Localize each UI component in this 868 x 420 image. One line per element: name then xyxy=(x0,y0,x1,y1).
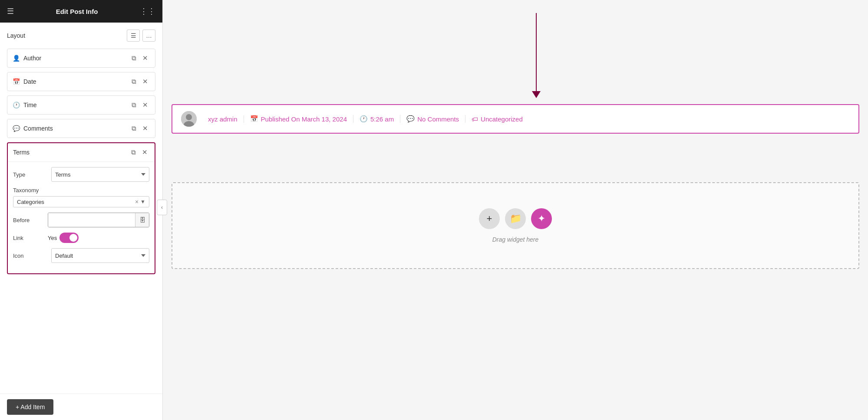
taxonomy-label: Taxonomy xyxy=(13,187,149,194)
layout-label: Layout xyxy=(7,32,25,39)
date-icon: 📅 xyxy=(13,78,20,85)
time-icon: 🕐 xyxy=(13,102,20,108)
taxonomy-clear-btn[interactable]: × xyxy=(135,198,139,205)
time-card-header: 🕐 Time ⧉ ✕ xyxy=(7,96,155,114)
hamburger-icon[interactable]: ☰ xyxy=(7,7,14,16)
taxonomy-value: Categories xyxy=(17,199,135,205)
clock-icon: 🕐 xyxy=(360,115,368,123)
grid-icon[interactable]: ⋮⋮ xyxy=(140,7,155,16)
date-label: Date xyxy=(23,78,126,85)
before-db-icon[interactable]: 🗄 xyxy=(135,213,149,227)
comments-value: No Comments xyxy=(417,115,459,123)
published-info: 📅 Published On March 13, 2024 xyxy=(244,115,353,123)
widget-move-btn[interactable]: ✦ xyxy=(531,208,552,229)
comments-remove-btn[interactable]: ✕ xyxy=(141,124,150,133)
icon-row: Icon Default None Custom xyxy=(13,248,149,263)
date-remove-btn[interactable]: ✕ xyxy=(141,77,150,86)
widget-add-btn[interactable]: + xyxy=(479,208,500,229)
collapse-handle[interactable]: ‹ xyxy=(157,200,167,215)
icon-select[interactable]: Default None Custom xyxy=(51,248,149,263)
author-card-header: 👤 Author ⧉ ✕ xyxy=(7,49,155,67)
arrow-head xyxy=(532,91,541,98)
arrow-line xyxy=(536,13,537,91)
link-label: Link xyxy=(13,235,48,241)
sidebar-footer: + Add Item xyxy=(0,394,162,420)
comments-card: 💬 Comments ⧉ ✕ xyxy=(7,119,155,138)
published-label: Published On March 13, 2024 xyxy=(261,115,347,123)
time-value: 5:26 am xyxy=(370,115,394,123)
comments-label: Comments xyxy=(23,125,126,132)
before-input[interactable] xyxy=(48,213,135,227)
author-label: Author xyxy=(23,55,126,62)
link-toggle[interactable] xyxy=(59,233,79,243)
time-card: 🕐 Time ⧉ ✕ xyxy=(7,95,155,115)
comment-icon: 💬 xyxy=(406,115,415,123)
post-info-bar: xyz admin 📅 Published On March 13, 2024 … xyxy=(172,104,859,134)
before-label: Before xyxy=(13,217,48,223)
type-label: Type xyxy=(13,171,48,178)
date-actions: ⧉ ✕ xyxy=(130,77,150,86)
author-actions: ⧉ ✕ xyxy=(130,53,150,63)
time-info: 🕐 5:26 am xyxy=(353,115,400,123)
calendar-icon: 📅 xyxy=(250,115,258,123)
time-remove-btn[interactable]: ✕ xyxy=(141,100,150,110)
icon-label: Icon xyxy=(13,253,48,259)
avatar xyxy=(181,111,197,127)
taxonomy-select-wrap[interactable]: Categories × ▼ xyxy=(13,196,149,207)
terms-body: Type Terms Author Date Time Comments Tax… xyxy=(8,162,155,273)
terms-remove-btn[interactable]: ✕ xyxy=(140,148,149,157)
terms-actions: ⧉ ✕ xyxy=(129,148,149,157)
type-select[interactable]: Terms Author Date Time Comments xyxy=(51,167,149,182)
before-row: Before 🗄 xyxy=(13,213,149,227)
tag-icon: 🏷 xyxy=(472,115,478,123)
terms-card-label: Terms xyxy=(13,149,126,156)
date-card-header: 📅 Date ⧉ ✕ xyxy=(7,72,155,91)
author-name: xyz admin xyxy=(208,115,238,123)
link-toggle-wrap: Yes xyxy=(48,233,79,243)
time-duplicate-btn[interactable]: ⧉ xyxy=(130,100,138,110)
terms-card: Terms ⧉ ✕ Type Terms Author Date Time Co… xyxy=(7,142,155,274)
layout-list-btn[interactable]: ☰ xyxy=(127,30,140,42)
add-item-button[interactable]: + Add Item xyxy=(7,399,53,415)
sidebar-content: Layout ☰ … 👤 Author ⧉ ✕ 📅 Date xyxy=(0,23,162,394)
type-row: Type Terms Author Date Time Comments xyxy=(13,167,149,182)
comments-info: 💬 No Comments xyxy=(400,115,465,123)
toggle-knob xyxy=(69,234,77,242)
svg-point-1 xyxy=(186,114,192,120)
author-duplicate-btn[interactable]: ⧉ xyxy=(130,53,138,63)
sidebar: ☰ Edit Post Info ⋮⋮ Layout ☰ … 👤 Author … xyxy=(0,0,163,420)
sidebar-header: ☰ Edit Post Info ⋮⋮ xyxy=(0,0,162,23)
date-duplicate-btn[interactable]: ⧉ xyxy=(130,77,138,86)
author-icon: 👤 xyxy=(13,55,20,62)
widget-folder-btn[interactable]: 📁 xyxy=(505,208,526,229)
category-value: Uncategorized xyxy=(481,115,523,123)
category-info: 🏷 Uncategorized xyxy=(465,115,529,123)
widget-buttons: + 📁 ✦ xyxy=(479,208,552,229)
author-remove-btn[interactable]: ✕ xyxy=(141,53,150,63)
terms-duplicate-btn[interactable]: ⧉ xyxy=(129,148,138,157)
comments-duplicate-btn[interactable]: ⧉ xyxy=(130,124,138,133)
before-input-wrap: 🗄 xyxy=(48,213,149,227)
terms-card-header: Terms ⧉ ✕ xyxy=(8,143,155,162)
comments-icon: 💬 xyxy=(13,125,20,132)
drag-widget-label: Drag widget here xyxy=(492,236,539,243)
layout-row: Layout ☰ … xyxy=(7,30,155,42)
comments-card-header: 💬 Comments ⧉ ✕ xyxy=(7,119,155,138)
link-row: Link Yes xyxy=(13,233,149,243)
author-info: xyz admin xyxy=(202,115,244,123)
taxonomy-row: Taxonomy Categories × ▼ xyxy=(13,187,149,207)
author-card: 👤 Author ⧉ ✕ xyxy=(7,49,155,68)
time-actions: ⧉ ✕ xyxy=(130,100,150,110)
sidebar-title: Edit Post Info xyxy=(56,8,98,15)
main-area: ‹ xyz admin 📅 Published On March 13, 202… xyxy=(163,0,868,420)
taxonomy-chevron-icon[interactable]: ▼ xyxy=(140,199,145,205)
link-yes-label: Yes xyxy=(48,235,57,241)
arrow-container xyxy=(532,13,541,98)
layout-controls: ☰ … xyxy=(127,30,155,42)
time-label: Time xyxy=(23,102,126,108)
layout-more-btn[interactable]: … xyxy=(142,30,155,42)
widget-drop-area: + 📁 ✦ Drag widget here xyxy=(172,182,859,269)
comments-actions: ⧉ ✕ xyxy=(130,124,150,133)
date-card: 📅 Date ⧉ ✕ xyxy=(7,72,155,91)
